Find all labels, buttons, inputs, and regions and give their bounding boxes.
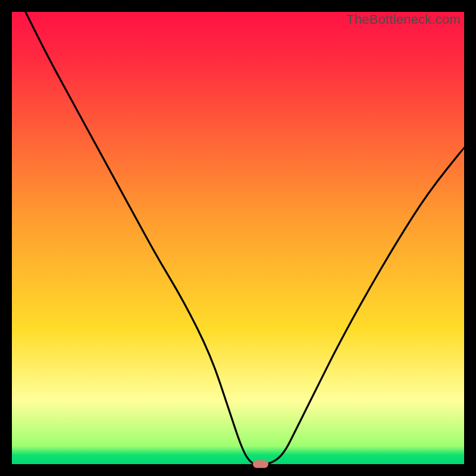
bottleneck-curve (12, 12, 464, 464)
chart-stage: TheBottleneck.com (0, 0, 476, 476)
curve-path (26, 12, 464, 464)
optimal-marker (253, 461, 268, 468)
plot-area: TheBottleneck.com (12, 12, 464, 464)
